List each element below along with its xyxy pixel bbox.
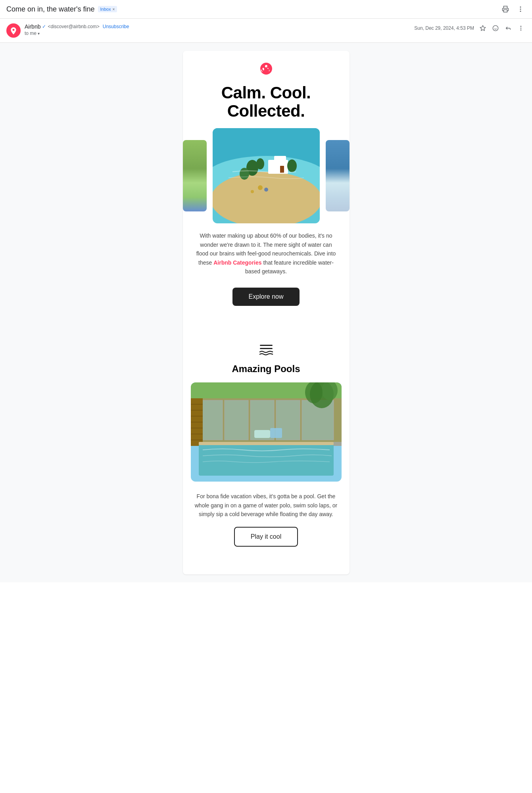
subject-bar: Come on in, the water's fine Inbox × [0,0,532,19]
svg-point-19 [240,168,249,180]
verified-icon: ✓ [42,24,46,29]
hero-text: Calm. Cool. Collected. [183,80,350,128]
svg-rect-46 [270,428,282,438]
hero-headline: Calm. Cool. Collected. [195,84,338,120]
explore-now-button[interactable]: Explore now [232,288,299,306]
more-button[interactable] [516,23,526,33]
inbox-badge: Inbox × [98,6,117,12]
description-area: With water making up about 60% of our bo… [183,223,350,284]
print-button[interactable] [500,4,511,14]
inbox-badge-close[interactable]: × [112,7,115,12]
svg-point-9 [520,28,522,29]
swimming-pool-icon [258,342,274,357]
subject-text: Come on in, the water's fine [6,5,95,13]
svg-rect-45 [254,430,270,438]
reply-button[interactable] [503,23,513,33]
svg-point-5 [493,25,498,31]
beach-aerial-image [213,128,320,223]
email-body: Calm. Cool. Collected. [0,43,532,582]
svg-point-20 [256,158,264,169]
sender-to: to me ▾ [25,31,414,36]
pool-icon [195,342,338,360]
amazing-pools-title: Amazing Pools [195,363,338,374]
star-button[interactable] [478,23,488,33]
sender-row: Airbnb ✓ <discover@airbnb.com> Unsubscri… [0,19,532,43]
svg-rect-26 [260,348,273,349]
svg-point-3 [520,11,521,12]
unsubscribe-link[interactable]: Unsubscribe [103,24,129,29]
description-text: With water making up about 60% of our bo… [195,231,338,276]
pool-image [191,382,342,482]
play-it-cool-button[interactable]: Play it cool [234,527,298,547]
svg-marker-4 [480,25,485,31]
airbnb-logo-icon [260,63,272,75]
svg-rect-25 [260,345,273,346]
svg-point-23 [264,188,268,192]
sender-meta: Sun, Dec 29, 2024, 4:53 PM [414,23,526,33]
svg-point-2 [520,9,521,10]
explore-cta-area: Explore now [183,284,350,318]
svg-point-10 [520,29,522,31]
svg-rect-0 [504,10,507,12]
svg-rect-31 [225,400,248,440]
subject-actions [500,4,526,14]
sender-email: <discover@airbnb.com> [48,24,99,29]
inbox-badge-label: Inbox [100,7,111,12]
pool-section-description: For bona fide vacation vibes, it's gotta… [183,486,350,522]
svg-rect-15 [268,160,288,174]
carousel-main-image [213,128,320,223]
ocean-view-image [326,140,350,211]
svg-point-22 [258,185,263,190]
amazing-pools-section: Amazing Pools [183,334,350,378]
svg-point-21 [287,159,297,172]
sender-info: Airbnb ✓ <discover@airbnb.com> Unsubscri… [25,23,414,36]
email-content: Calm. Cool. Collected. [183,51,350,574]
sender-avatar [6,23,21,38]
svg-rect-17 [280,166,284,173]
svg-point-24 [251,190,254,193]
svg-point-14 [213,172,320,223]
sender-name: Airbnb [25,23,40,30]
sender-date: Sun, Dec 29, 2024, 4:53 PM [414,25,474,31]
svg-point-8 [520,26,522,27]
airbnb-categories-link[interactable]: Airbnb Categories [213,259,263,266]
airbnb-logo-area [183,51,350,80]
pool-scene-image [191,382,342,482]
svg-rect-16 [274,156,286,162]
more-options-button[interactable] [515,4,526,14]
svg-rect-44 [199,442,334,445]
carousel-right-image [326,140,350,211]
emoji-button[interactable] [491,23,500,33]
sender-name-row: Airbnb ✓ <discover@airbnb.com> Unsubscri… [25,23,414,30]
image-carousel [183,132,350,219]
dropdown-arrow[interactable]: ▾ [38,31,40,36]
garden-image [183,140,207,211]
svg-point-1 [520,6,521,8]
play-it-cool-cta-area: Play it cool [183,523,350,559]
carousel-left-image [183,140,207,211]
sender-actions [478,23,526,33]
